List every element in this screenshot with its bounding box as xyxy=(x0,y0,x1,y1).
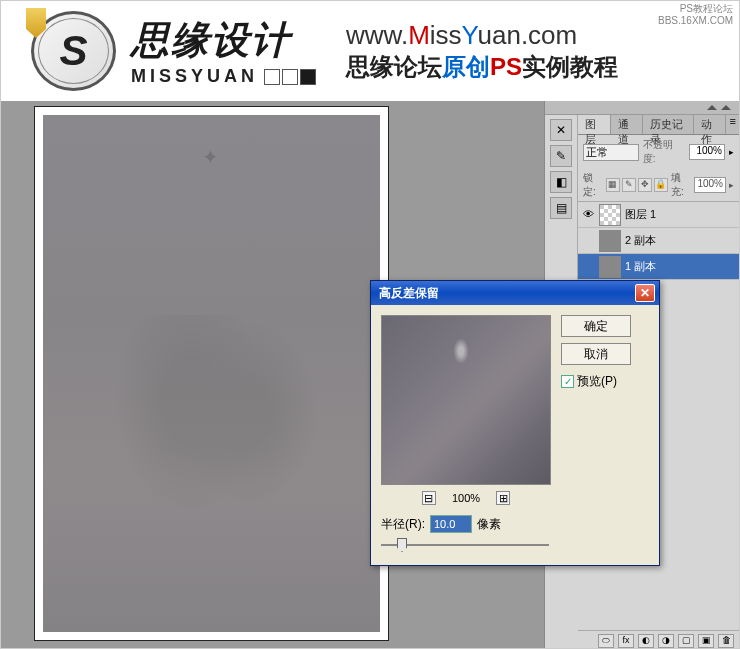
filter-preview[interactable] xyxy=(381,315,551,485)
zoom-out-button[interactable]: ⊟ xyxy=(422,491,436,505)
logo-s-glyph: S xyxy=(59,27,87,75)
panel-collapse-bar[interactable] xyxy=(545,101,739,115)
workspace: ✕ ✎ ◧ ▤ 图层 通道 历史记录 动作 ≡ 正常 不透明度: 100% ▸ … xyxy=(1,101,739,648)
mask-icon[interactable]: ◐ xyxy=(638,634,654,648)
radius-input[interactable] xyxy=(430,515,472,533)
blend-mode-select[interactable]: 正常 xyxy=(583,144,639,161)
tab-history[interactable]: 历史记录 xyxy=(643,115,693,134)
preview-checkbox-row: ✓ 预览(P) xyxy=(561,373,631,390)
logo-cn: 思缘设计 xyxy=(131,15,316,66)
layer-name[interactable]: 1 副本 xyxy=(625,259,656,274)
preview-checkbox[interactable]: ✓ xyxy=(561,375,574,388)
tab-channels[interactable]: 通道 xyxy=(611,115,644,134)
tagline-b: 原创 xyxy=(442,53,490,80)
tool-palette-icon[interactable]: ◧ xyxy=(550,171,572,193)
lock-all-icon[interactable]: 🔒 xyxy=(654,178,668,192)
logo-en: MISSYUAN xyxy=(131,66,316,87)
url-y: Y xyxy=(462,20,478,50)
square-icon xyxy=(264,69,280,85)
dialog-title: 高反差保留 xyxy=(379,285,439,302)
tab-layers[interactable]: 图层 xyxy=(578,115,611,134)
cancel-button[interactable]: 取消 xyxy=(561,343,631,365)
canvas-image[interactable] xyxy=(43,115,380,632)
adjustment-icon[interactable]: ◑ xyxy=(658,634,674,648)
visibility-eye-icon[interactable]: 👁 xyxy=(581,208,595,222)
fill-value[interactable]: 100% xyxy=(694,177,726,193)
high-pass-dialog: 高反差保留 ✕ ⊟ 100% ⊞ 半径(R): 像素 xyxy=(370,280,660,566)
dialog-right: 确定 取消 ✓ 预览(P) xyxy=(561,315,631,555)
new-layer-icon[interactable]: ▣ xyxy=(698,634,714,648)
lock-paint-icon[interactable]: ✎ xyxy=(622,178,636,192)
panel-menu-icon[interactable]: ≡ xyxy=(726,115,739,134)
layer-thumb[interactable] xyxy=(599,204,621,226)
logo-text: 思缘设计 MISSYUAN xyxy=(131,15,316,87)
logo-en-text: MISSYUAN xyxy=(131,66,258,87)
logo-oval: S xyxy=(31,11,116,91)
layer-thumb[interactable] xyxy=(599,230,621,252)
canvas-frame xyxy=(34,106,389,641)
lock-icons: ▦ ✎ ✥ 🔒 xyxy=(606,178,668,192)
ribbon-icon xyxy=(26,8,46,38)
watermark-line1: PS教程论坛 xyxy=(658,3,733,15)
url-suffix: uan.com xyxy=(478,20,578,50)
panel-tabs: 图层 通道 历史记录 动作 ≡ xyxy=(578,115,739,135)
radius-slider[interactable] xyxy=(381,535,549,555)
visibility-eye-icon[interactable] xyxy=(581,260,595,274)
trash-icon[interactable]: 🗑 xyxy=(718,634,734,648)
dropdown-caret-icon[interactable]: ▸ xyxy=(729,180,734,190)
layer-name[interactable]: 图层 1 xyxy=(625,207,656,222)
fx-icon[interactable]: fx xyxy=(618,634,634,648)
watermark-line2: BBS.16XM.COM xyxy=(658,15,733,27)
dialog-body: ⊟ 100% ⊞ 半径(R): 像素 确定 取消 ✓ xyxy=(371,305,659,565)
opacity-label: 不透明度: xyxy=(643,138,686,166)
slider-thumb-icon[interactable] xyxy=(397,538,407,552)
visibility-eye-icon[interactable] xyxy=(581,234,595,248)
zoom-row: ⊟ 100% ⊞ xyxy=(381,491,551,505)
tool-layers-icon[interactable]: ▤ xyxy=(550,197,572,219)
square-icon xyxy=(282,69,298,85)
square-filled-icon xyxy=(300,69,316,85)
close-button[interactable]: ✕ xyxy=(635,284,655,302)
chandelier-graphic xyxy=(172,125,252,185)
layer-name[interactable]: 2 副本 xyxy=(625,233,656,248)
lock-transparent-icon[interactable]: ▦ xyxy=(606,178,620,192)
preview-checkbox-label: 预览(P) xyxy=(577,373,617,390)
radius-row: 半径(R): 像素 xyxy=(381,515,551,533)
tab-actions[interactable]: 动作 xyxy=(694,115,727,134)
tagline-a: 思缘论坛 xyxy=(346,53,442,80)
lock-row: 锁定: ▦ ✎ ✥ 🔒 填充: 100% ▸ xyxy=(578,169,739,202)
site-url: www.MissYuan.com xyxy=(346,20,618,51)
collapse-triangle-icon xyxy=(721,105,731,110)
dialog-left: ⊟ 100% ⊞ 半径(R): 像素 xyxy=(381,315,551,555)
url-prefix: www. xyxy=(346,20,408,50)
url-m: M xyxy=(408,20,430,50)
layer-row[interactable]: 👁 图层 1 xyxy=(578,202,739,228)
zoom-in-button[interactable]: ⊞ xyxy=(496,491,510,505)
opacity-value[interactable]: 100% xyxy=(689,144,725,160)
radius-label: 半径(R): xyxy=(381,516,425,533)
lock-label: 锁定: xyxy=(583,171,603,199)
tagline-d: 实例教程 xyxy=(522,53,618,80)
zoom-value: 100% xyxy=(452,492,480,504)
watermark: PS教程论坛 BBS.16XM.COM xyxy=(658,3,733,27)
tool-wrench-icon[interactable]: ✕ xyxy=(550,119,572,141)
blend-row: 正常 不透明度: 100% ▸ xyxy=(578,135,739,169)
collapse-triangle-icon xyxy=(707,105,717,110)
folder-icon[interactable]: ▢ xyxy=(678,634,694,648)
dropdown-caret-icon[interactable]: ▸ xyxy=(729,147,734,157)
ok-button[interactable]: 确定 xyxy=(561,315,631,337)
layer-row[interactable]: 1 副本 xyxy=(578,254,739,280)
lock-move-icon[interactable]: ✥ xyxy=(638,178,652,192)
tagline: 思缘论坛原创PS实例教程 xyxy=(346,51,618,83)
dialog-titlebar[interactable]: 高反差保留 ✕ xyxy=(371,281,659,305)
tool-brush-icon[interactable]: ✎ xyxy=(550,145,572,167)
layer-thumb[interactable] xyxy=(599,256,621,278)
layer-row[interactable]: 2 副本 xyxy=(578,228,739,254)
link-layers-icon[interactable]: ⬭ xyxy=(598,634,614,648)
fill-label: 填充: xyxy=(671,171,691,199)
url-iss: iss xyxy=(430,20,462,50)
url-block: www.MissYuan.com 思缘论坛原创PS实例教程 xyxy=(346,20,618,83)
layers-footer: ⬭ fx ◐ ◑ ▢ ▣ 🗑 xyxy=(578,630,739,649)
layer-list: 👁 图层 1 2 副本 1 副本 xyxy=(578,202,739,280)
couple-graphic xyxy=(103,315,323,595)
